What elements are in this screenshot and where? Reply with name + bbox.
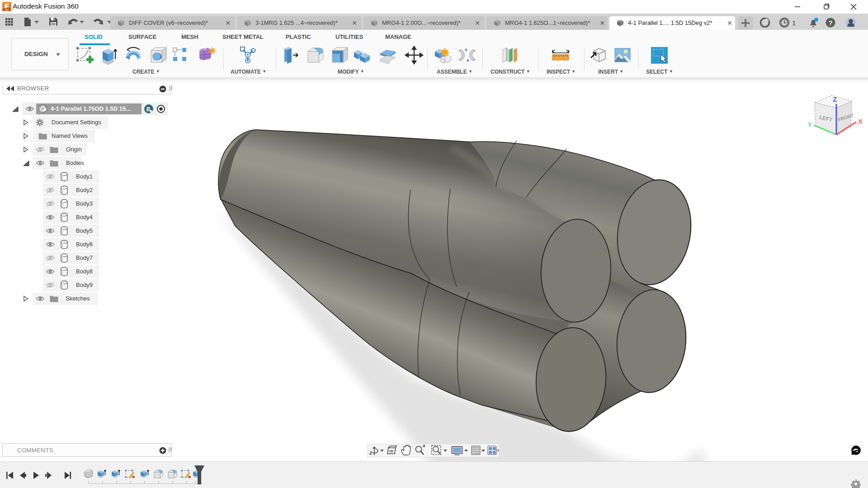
svg-text:?: ? [828, 19, 832, 27]
svg-text:B: B [146, 106, 151, 113]
svg-text:360: 360 [5, 9, 9, 11]
svg-text:1: 1 [792, 19, 796, 27]
